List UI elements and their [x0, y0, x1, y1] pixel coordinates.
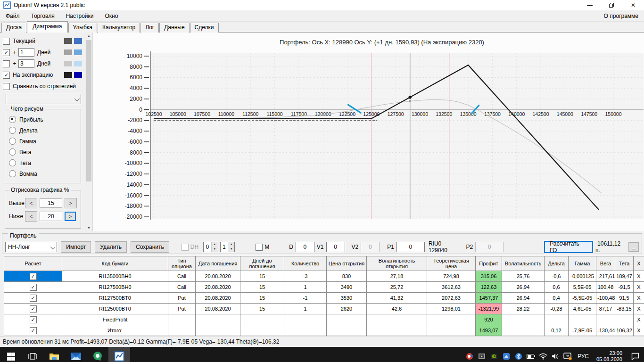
plus3-checkbox[interactable] — [3, 60, 10, 67]
language-indicator[interactable]: РУС — [574, 353, 593, 360]
below-decrement-button[interactable]: < — [25, 211, 37, 222]
radio-icon[interactable] — [9, 170, 16, 177]
draw-option-гамма[interactable]: Гамма — [9, 136, 78, 147]
row-calc-checkbox[interactable]: ✓ — [30, 284, 37, 291]
table-row[interactable]: ✓FixedProfit920X — [4, 314, 644, 325]
draw-option-дельта[interactable]: Дельта — [9, 125, 78, 136]
row-calc-checkbox-cell[interactable]: ✓ — [4, 314, 62, 325]
tab-доска[interactable]: Доска — [1, 23, 26, 33]
dh-checkbox[interactable] — [182, 244, 189, 251]
row-delete-button[interactable]: X — [634, 314, 644, 325]
row-delete-button[interactable]: X — [634, 282, 644, 293]
row-calc-checkbox[interactable]: ✓ — [30, 273, 37, 280]
start-button[interactable] — [0, 347, 22, 362]
row-calc-checkbox-cell[interactable]: ✓ — [4, 325, 62, 336]
radio-icon[interactable] — [9, 116, 16, 123]
task-view-button[interactable] — [22, 347, 43, 362]
tab-улыбка[interactable]: Улыбка — [68, 23, 98, 33]
below-value-field[interactable]: 20 — [40, 212, 62, 221]
p2-field[interactable] — [475, 242, 504, 252]
column-header[interactable]: X — [634, 256, 644, 271]
strategy-dropdown[interactable] — [6, 94, 81, 104]
above-value-field[interactable]: 15 — [40, 198, 62, 208]
bluetooth-icon[interactable] — [512, 347, 525, 362]
column-header[interactable]: Профит — [476, 256, 502, 271]
portfolio-preset-dropdown[interactable]: НН-Лонг — [5, 242, 57, 252]
column-header[interactable]: Количество — [284, 256, 327, 271]
delete-button[interactable]: Удалить — [95, 241, 127, 253]
blue-app-icon[interactable] — [500, 347, 512, 362]
p1-field[interactable] — [396, 242, 425, 252]
column-header[interactable]: Дата погашения — [196, 256, 240, 271]
action-center-button[interactable] — [626, 347, 644, 362]
table-row[interactable]: ✓RI135000BH0Call20.08.202015-383027,1872… — [4, 271, 644, 282]
dh-spinner-1[interactable]: 0 ▲▼ — [203, 242, 218, 252]
column-header[interactable]: Тета — [615, 256, 634, 271]
tab-сделки[interactable]: Сделки — [190, 23, 219, 33]
mail-button[interactable] — [65, 347, 87, 362]
row-calc-checkbox[interactable]: ✓ — [30, 295, 37, 302]
column-header[interactable]: Цена открытия — [327, 256, 367, 271]
column-header[interactable]: Тип опциона — [168, 256, 196, 271]
scroll-up-icon[interactable]: ▲ — [85, 33, 92, 40]
menu-item-файл[interactable]: Файл — [0, 11, 25, 21]
import-button[interactable]: Импорт — [61, 241, 91, 253]
m-checkbox[interactable] — [256, 244, 263, 251]
draw-option-вомма[interactable]: Вомма — [9, 168, 78, 179]
above-decrement-button[interactable]: < — [25, 198, 37, 208]
v2-field[interactable] — [361, 242, 380, 252]
dh-spinner-2[interactable]: 1 ▲▼ — [220, 242, 235, 252]
payoff-chart[interactable]: 1000080006000400020000-2000-4000-6000-80… — [93, 33, 644, 231]
row-delete-button[interactable]: X — [634, 293, 644, 304]
menu-item-торговля[interactable]: Торговля — [25, 11, 60, 21]
scroll-down-icon[interactable]: ▼ — [85, 224, 92, 231]
nvidia-icon[interactable] — [488, 347, 500, 362]
save-button[interactable]: Сохранить — [131, 241, 169, 253]
file-explorer-button[interactable] — [43, 347, 65, 362]
column-header[interactable]: Расчет — [4, 256, 62, 271]
spinner-arrows-icon[interactable]: ▲▼ — [228, 242, 234, 252]
table-row[interactable]: ✓RI125000BT0Put20.08.2020151262042,61298… — [4, 304, 644, 314]
row-calc-checkbox-cell[interactable]: ✓ — [4, 304, 62, 314]
menu-item-настройки[interactable]: Настройки — [60, 11, 99, 21]
sidebar-scrollbar[interactable]: ▲ ▼ — [85, 33, 92, 231]
d-field[interactable] — [296, 242, 314, 252]
tab-калькулятор[interactable]: Калькулятор — [98, 23, 140, 33]
radio-icon[interactable] — [9, 148, 16, 156]
touchpad-icon[interactable] — [476, 347, 488, 362]
calculate-margin-button[interactable]: Рассчитать ГО — [544, 241, 593, 253]
clock[interactable]: 23:00 05.08.2020 — [593, 350, 626, 362]
quik-button[interactable] — [87, 347, 108, 362]
table-row[interactable]: ✓RI127500BT0Put20.08.202015-1353041,3220… — [4, 293, 644, 304]
volume-icon[interactable] — [549, 347, 561, 362]
plus3-days-input[interactable] — [18, 59, 34, 68]
v1-field[interactable] — [326, 242, 345, 252]
column-header[interactable]: Вега — [596, 256, 615, 271]
table-row[interactable]: ✓RI127500BH0Call20.08.2020151349025,7236… — [4, 282, 644, 293]
column-header[interactable]: Гамма — [569, 256, 596, 271]
expiration-checkbox[interactable]: ✓ — [3, 72, 10, 79]
tab-диаграмма[interactable]: Диаграмма — [27, 21, 67, 33]
menu-item-окно[interactable]: Окно — [99, 11, 124, 21]
row-delete-button[interactable]: X — [634, 325, 644, 336]
menu-about[interactable]: О программе — [598, 11, 644, 21]
above-increment-button[interactable]: > — [65, 198, 77, 208]
below-increment-button[interactable]: > — [65, 212, 76, 221]
column-header[interactable]: Дней до погашения — [240, 256, 284, 271]
column-header[interactable]: Волатильность — [502, 256, 545, 271]
row-calc-checkbox-cell[interactable]: ✓ — [4, 293, 62, 304]
row-calc-checkbox[interactable]: ✓ — [30, 305, 37, 313]
optionfw-button[interactable] — [108, 347, 130, 362]
row-calc-checkbox[interactable]: ✓ — [30, 316, 37, 323]
current-checkbox[interactable] — [3, 38, 10, 45]
row-delete-button[interactable]: X — [634, 304, 644, 314]
column-header[interactable]: Дельта — [545, 256, 569, 271]
column-header[interactable]: Теоретическая цена — [427, 256, 476, 271]
plus1-days-input[interactable] — [18, 48, 34, 57]
table-row[interactable]: ✓Итого:1493,070,12-7,9E-05-130,44106,32X — [4, 325, 644, 336]
row-calc-checkbox-cell[interactable]: ✓ — [4, 271, 62, 282]
row-delete-button[interactable]: X — [634, 271, 644, 282]
radio-icon[interactable] — [9, 127, 16, 134]
wifi-icon[interactable] — [537, 347, 549, 362]
ccleaner-icon[interactable] — [463, 347, 476, 362]
